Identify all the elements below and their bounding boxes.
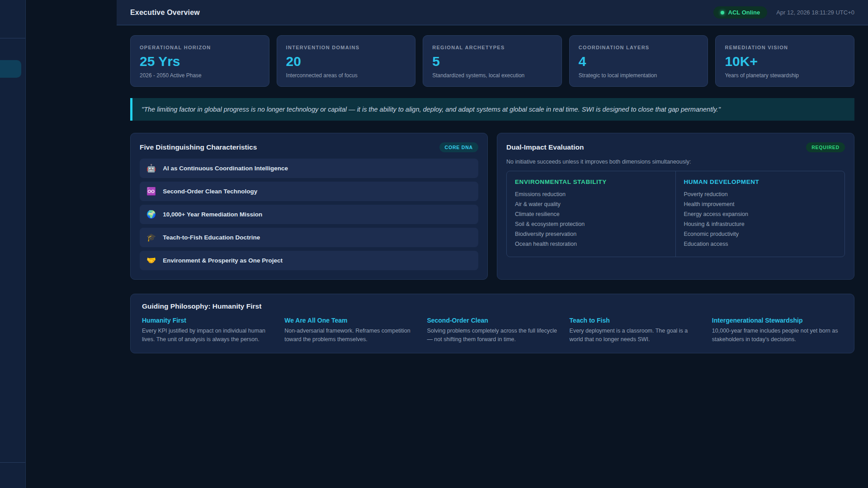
impact-item: Biodiversity preservation bbox=[515, 231, 667, 238]
philosophy-body: Every deployment is a classroom. The goa… bbox=[570, 327, 700, 344]
stat-card-operational-horizon: OPERATIONAL HORIZON 25 Yrs 2026 - 2050 A… bbox=[130, 35, 269, 87]
philosophy-heading: Intergenerational Stewardship bbox=[712, 317, 843, 324]
stat-value: 25 Yrs bbox=[140, 54, 260, 69]
stat-subtitle: Years of planetary stewardship bbox=[725, 72, 845, 79]
header-bar: Executive Overview ACL Online Apr 12, 20… bbox=[117, 0, 868, 25]
robot-icon: 🤖 bbox=[146, 164, 156, 172]
panels-row: Five Distinguishing Characteristics CORE… bbox=[130, 133, 854, 280]
sidebar-header bbox=[0, 0, 25, 38]
philosophy-column-humanity-first: Humanity First Every KPI justified by im… bbox=[142, 317, 273, 344]
philosophy-column-one-team: We Are All One Team Non-adversarial fram… bbox=[284, 317, 415, 344]
philosophy-column-intergenerational: Intergenerational Stewardship 10,000-yea… bbox=[712, 317, 843, 344]
graduation-cap-icon: 🎓 bbox=[146, 234, 156, 241]
dual-impact-subtitle: No initiative succeeds unless it improve… bbox=[506, 159, 845, 165]
characteristics-panel-header: Five Distinguishing Characteristics CORE… bbox=[140, 142, 478, 152]
impact-item: Energy access expansion bbox=[684, 211, 837, 218]
philosophy-columns: Humanity First Every KPI justified by im… bbox=[142, 317, 843, 344]
stat-label: REMEDIATION VISION bbox=[725, 45, 845, 50]
philosophy-body: 10,000-year frame includes people not ye… bbox=[712, 327, 843, 344]
impact-item: Soil & ecosystem protection bbox=[515, 221, 667, 228]
required-badge: REQUIRED bbox=[806, 142, 845, 152]
stat-value: 4 bbox=[579, 54, 699, 69]
philosophy-body: Solving problems completely across the f… bbox=[427, 327, 557, 344]
impact-item: Health improvement bbox=[684, 201, 837, 208]
impact-item: Housing & infrastructure bbox=[684, 221, 837, 228]
list-item: 🌍 10,000+ Year Remediation Mission bbox=[140, 205, 478, 224]
status-badge: ACL Online bbox=[713, 6, 768, 19]
stat-label: COORDINATION LAYERS bbox=[579, 45, 699, 50]
core-dna-badge: CORE DNA bbox=[439, 142, 478, 152]
stat-value: 10K+ bbox=[725, 54, 845, 69]
mission-quote: "The limiting factor in global progress … bbox=[130, 98, 854, 121]
philosophy-heading: We Are All One Team bbox=[284, 317, 415, 324]
list-item: 🎓 Teach-to-Fish Education Doctrine bbox=[140, 228, 478, 247]
philosophy-panel: Guiding Philosophy: Humanity First Human… bbox=[130, 294, 854, 353]
stat-value: 20 bbox=[286, 54, 406, 69]
stat-cards-row: OPERATIONAL HORIZON 25 Yrs 2026 - 2050 A… bbox=[130, 35, 854, 87]
dual-impact-panel: Dual-Impact Evaluation REQUIRED No initi… bbox=[497, 133, 854, 280]
stat-subtitle: Strategic to local implementation bbox=[579, 72, 699, 79]
stat-card-remediation-vision: REMEDIATION VISION 10K+ Years of planeta… bbox=[715, 35, 854, 87]
stat-subtitle: Standardized systems, local execution bbox=[432, 72, 552, 79]
philosophy-body: Non-adversarial framework. Reframes comp… bbox=[284, 327, 415, 344]
stat-subtitle: 2026 - 2050 Active Phase bbox=[140, 72, 260, 79]
philosophy-heading: Humanity First bbox=[142, 317, 273, 324]
list-item-label: AI as Continuous Coordination Intelligen… bbox=[163, 165, 288, 172]
stat-card-intervention-domains: INTERVENTION DOMAINS 20 Interconnected a… bbox=[277, 35, 416, 87]
impact-item: Economic productivity bbox=[684, 231, 837, 238]
page-title: Executive Overview bbox=[130, 9, 200, 17]
philosophy-column-teach-to-fish: Teach to Fish Every deployment is a clas… bbox=[570, 317, 700, 344]
impact-item: Air & water quality bbox=[515, 201, 667, 208]
sidebar-active-item[interactable] bbox=[0, 60, 21, 78]
philosophy-column-second-order-clean: Second-Order Clean Solving problems comp… bbox=[427, 317, 557, 344]
header-right: ACL Online Apr 12, 2026 18:11:29 UTC+0 bbox=[713, 6, 854, 19]
stat-subtitle: Interconnected areas of focus bbox=[286, 72, 406, 79]
handshake-icon: 🤝 bbox=[146, 257, 156, 264]
list-item-label: Teach-to-Fish Education Doctrine bbox=[163, 234, 260, 241]
impact-item: Poverty reduction bbox=[684, 191, 837, 198]
impact-item: Education access bbox=[684, 241, 837, 248]
stat-label: INTERVENTION DOMAINS bbox=[286, 45, 406, 50]
stat-value: 5 bbox=[432, 54, 552, 69]
characteristics-panel: Five Distinguishing Characteristics CORE… bbox=[130, 133, 488, 280]
philosophy-heading: Teach to Fish bbox=[570, 317, 700, 324]
human-development-column: HUMAN DEVELOPMENT Poverty reduction Heal… bbox=[676, 171, 845, 257]
impact-item: Ocean health restoration bbox=[515, 241, 667, 248]
dual-impact-title: Dual-Impact Evaluation bbox=[506, 143, 584, 151]
dual-impact-matrix: ENVIRONMENTAL STABILITY Emissions reduct… bbox=[506, 171, 845, 257]
status-badge-label: ACL Online bbox=[728, 9, 760, 16]
list-item: 🤝 Environment & Prosperity as One Projec… bbox=[140, 251, 478, 270]
stat-card-coordination-layers: COORDINATION LAYERS 4 Strategic to local… bbox=[569, 35, 708, 87]
infinity-icon: ♾️ bbox=[146, 188, 156, 195]
column-heading: ENVIRONMENTAL STABILITY bbox=[515, 178, 667, 185]
stat-label: OPERATIONAL HORIZON bbox=[140, 45, 260, 50]
dual-impact-panel-header: Dual-Impact Evaluation REQUIRED bbox=[506, 142, 845, 152]
stat-label: REGIONAL ARCHETYPES bbox=[432, 45, 552, 50]
list-item: ♾️ Second-Order Clean Technology bbox=[140, 182, 478, 201]
philosophy-heading: Second-Order Clean bbox=[427, 317, 557, 324]
list-item: 🤖 AI as Continuous Coordination Intellig… bbox=[140, 159, 478, 178]
characteristics-list: 🤖 AI as Continuous Coordination Intellig… bbox=[140, 159, 478, 270]
sidebar-rail bbox=[0, 0, 26, 488]
timestamp: Apr 12, 2026 18:11:29 UTC+0 bbox=[776, 9, 854, 16]
list-item-label: 10,000+ Year Remediation Mission bbox=[163, 211, 262, 218]
column-heading: HUMAN DEVELOPMENT bbox=[684, 178, 837, 185]
environmental-stability-column: ENVIRONMENTAL STABILITY Emissions reduct… bbox=[507, 171, 676, 257]
globe-icon: 🌍 bbox=[146, 211, 156, 218]
sidebar-footer bbox=[0, 462, 25, 488]
main-content: OPERATIONAL HORIZON 25 Yrs 2026 - 2050 A… bbox=[117, 25, 868, 488]
philosophy-body: Every KPI justified by impact on individ… bbox=[142, 327, 273, 344]
philosophy-title: Guiding Philosophy: Humanity First bbox=[142, 302, 843, 310]
list-item-label: Second-Order Clean Technology bbox=[163, 188, 257, 195]
list-item-label: Environment & Prosperity as One Project bbox=[163, 257, 283, 264]
impact-item: Emissions reduction bbox=[515, 191, 667, 198]
characteristics-title: Five Distinguishing Characteristics bbox=[140, 143, 257, 151]
status-dot-icon bbox=[721, 11, 724, 14]
impact-item: Climate resilience bbox=[515, 211, 667, 218]
stat-card-regional-archetypes: REGIONAL ARCHETYPES 5 Standardized syste… bbox=[423, 35, 562, 87]
